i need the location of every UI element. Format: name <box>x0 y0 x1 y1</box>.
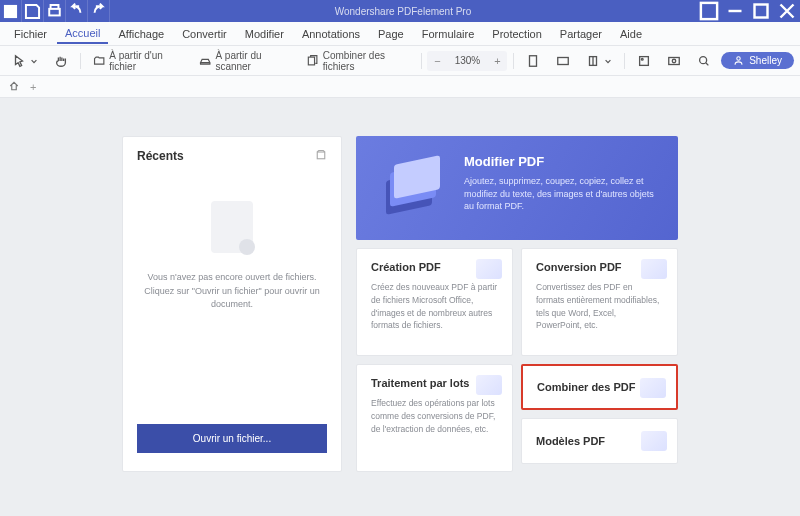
hand-tool[interactable] <box>48 51 74 71</box>
zoom-value[interactable]: 130% <box>447 55 487 66</box>
tabbar: + <box>0 76 800 98</box>
combine-pdf-card[interactable]: Combiner des PDF <box>521 364 678 410</box>
batch-process-card[interactable]: Traitement par lots Effectuez des opérat… <box>356 364 513 472</box>
menu-formulaire[interactable]: Formulaire <box>414 25 483 43</box>
empty-file-icon <box>211 201 253 253</box>
menu-protection[interactable]: Protection <box>484 25 550 43</box>
recents-menu-icon[interactable] <box>315 149 327 163</box>
recents-empty-message: Vous n'avez pas encore ouvert de fichier… <box>137 271 327 312</box>
thumbnail-icon[interactable] <box>631 51 657 71</box>
zoom-in-button[interactable]: + <box>487 55 507 67</box>
combine-title: Combiner des PDF <box>537 381 635 393</box>
recents-panel: Récents Vous n'avez pas encore ouvert de… <box>122 136 342 472</box>
new-tab-icon[interactable]: + <box>30 81 36 93</box>
svg-rect-2 <box>701 3 717 19</box>
save-icon[interactable] <box>22 0 44 22</box>
svg-rect-10 <box>669 57 680 64</box>
svg-point-12 <box>700 56 707 63</box>
svg-point-13 <box>737 57 740 60</box>
menu-convertir[interactable]: Convertir <box>174 25 235 43</box>
titlebar: Wondershare PDFelement Pro <box>0 0 800 22</box>
svg-rect-3 <box>755 5 768 18</box>
svg-rect-5 <box>530 55 537 66</box>
user-account-button[interactable]: Shelley <box>721 52 794 69</box>
menu-accueil[interactable]: Accueil <box>57 24 108 44</box>
zoom-control: − 130% + <box>427 51 507 71</box>
convert-desc: Convertissez des PDF en formats entièrem… <box>536 281 663 332</box>
menu-page[interactable]: Page <box>370 25 412 43</box>
batch-desc: Effectuez des opérations par lots comme … <box>371 397 498 435</box>
menu-partager[interactable]: Partager <box>552 25 610 43</box>
open-file-button[interactable]: Ouvrir un fichier... <box>137 424 327 453</box>
read-mode-icon[interactable] <box>580 51 618 71</box>
svg-rect-14 <box>317 152 325 159</box>
minimize-icon[interactable] <box>722 0 748 22</box>
templates-pdf-card[interactable]: Modèles PDF <box>521 418 678 464</box>
from-scanner-button[interactable]: À partir du scanner <box>193 47 296 75</box>
zoom-out-button[interactable]: − <box>427 55 447 67</box>
help-icon[interactable] <box>696 0 722 22</box>
menu-fichier[interactable]: Fichier <box>6 25 55 43</box>
svg-rect-1 <box>49 8 60 15</box>
redo-icon[interactable] <box>88 0 110 22</box>
from-file-button[interactable]: À partir d'un fichier <box>87 47 189 75</box>
undo-icon[interactable] <box>66 0 88 22</box>
menu-annotations[interactable]: Annotations <box>294 25 368 43</box>
combine-icon <box>640 378 666 398</box>
svg-point-11 <box>672 59 676 63</box>
search-icon[interactable] <box>691 51 717 71</box>
svg-rect-0 <box>4 4 17 17</box>
modify-pdf-hero[interactable]: Modifier PDF Ajoutez, supprimez, coupez,… <box>356 136 678 240</box>
menu-aide[interactable]: Aide <box>612 25 650 43</box>
recents-title: Récents <box>137 149 184 163</box>
svg-rect-4 <box>309 57 315 65</box>
hero-title: Modifier PDF <box>464 154 658 169</box>
menubar: Fichier Accueil Affichage Convertir Modi… <box>0 22 800 46</box>
screenshot-icon[interactable] <box>661 51 687 71</box>
maximize-icon[interactable] <box>748 0 774 22</box>
hero-desc: Ajoutez, supprimez, coupez, copiez, coll… <box>464 175 658 213</box>
menu-modifier[interactable]: Modifier <box>237 25 292 43</box>
page-fit-icon[interactable] <box>520 51 546 71</box>
pointer-tool[interactable] <box>6 51 44 71</box>
batch-icon <box>476 375 502 395</box>
window-title: Wondershare PDFelement Pro <box>110 6 696 17</box>
document-stack-icon <box>376 154 446 224</box>
create-icon <box>476 259 502 279</box>
templates-icon <box>641 431 667 451</box>
convert-pdf-card[interactable]: Conversion PDF Convertissez des PDF en f… <box>521 248 678 356</box>
create-desc: Créez des nouveaux PDF à partir de fichi… <box>371 281 498 332</box>
combine-files-button[interactable]: Combiner des fichiers <box>300 47 414 75</box>
page-width-icon[interactable] <box>550 51 576 71</box>
menu-affichage[interactable]: Affichage <box>110 25 172 43</box>
create-pdf-card[interactable]: Création PDF Créez des nouveaux PDF à pa… <box>356 248 513 356</box>
svg-rect-8 <box>640 56 649 65</box>
templates-title: Modèles PDF <box>536 435 605 447</box>
svg-point-9 <box>642 58 644 60</box>
home-tab-icon[interactable] <box>8 80 20 94</box>
close-icon[interactable] <box>774 0 800 22</box>
toolbar: À partir d'un fichier À partir du scanne… <box>0 46 800 76</box>
user-name: Shelley <box>749 55 782 66</box>
app-logo-icon <box>0 0 22 22</box>
convert-icon <box>641 259 667 279</box>
svg-rect-6 <box>558 57 569 64</box>
print-icon[interactable] <box>44 0 66 22</box>
